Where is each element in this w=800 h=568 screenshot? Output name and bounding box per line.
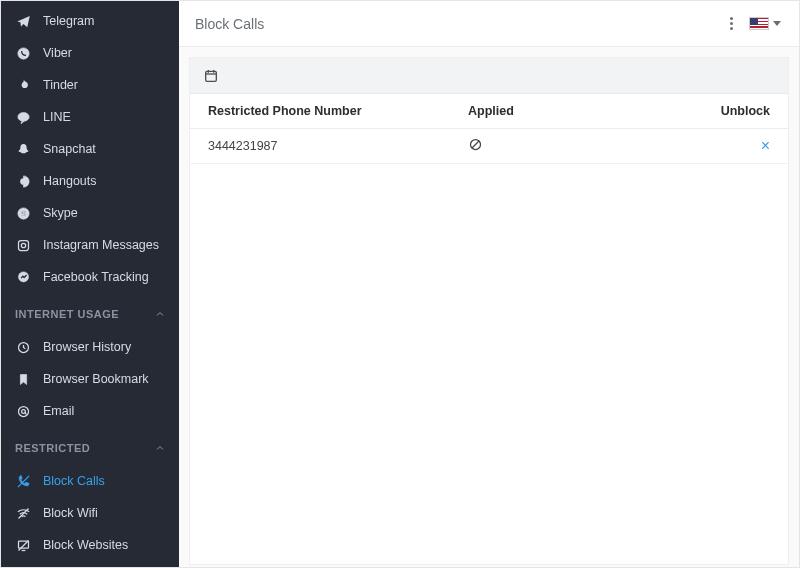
chevron-up-icon (153, 441, 167, 455)
sidebar-item-facebook-tracking[interactable]: Facebook Tracking (1, 261, 179, 293)
sidebar-item-label: LINE (43, 110, 167, 124)
caret-down-icon (773, 21, 781, 26)
sidebar-item-block-websites[interactable]: Block Websites (1, 529, 179, 561)
sidebar-item-label: Viber (43, 46, 167, 60)
page-title: Block Calls (195, 16, 264, 32)
locale-selector[interactable] (747, 15, 783, 32)
topbar: Block Calls (179, 1, 799, 47)
sidebar-item-block-calls[interactable]: Block Calls (1, 465, 179, 497)
sidebar-item-hangouts[interactable]: Hangouts (1, 165, 179, 197)
svg-rect-20 (206, 71, 217, 81)
cell-applied (468, 137, 700, 155)
sidebar-item-browser-bookmark[interactable]: Browser Bookmark (1, 363, 179, 395)
col-header-applied: Applied (468, 104, 700, 118)
bookmark-icon (15, 371, 31, 387)
flame-icon (15, 77, 31, 93)
svg-point-5 (21, 243, 25, 247)
flag-us-icon (749, 17, 769, 30)
sidebar-section-internet-usage[interactable]: INTERNET USAGE (1, 293, 179, 331)
topbar-actions (726, 13, 783, 34)
sidebar-item-label: Skype (43, 206, 167, 220)
col-header-number: Restricted Phone Number (208, 104, 468, 118)
sidebar-item-label: Instagram Messages (43, 238, 167, 252)
chat-bubble-icon (15, 109, 31, 125)
main-area: Block Calls Restricted Ph (179, 1, 799, 567)
svg-line-14 (18, 540, 28, 550)
clock-icon (15, 339, 31, 355)
sidebar-item-instagram-messages[interactable]: Instagram Messages (1, 229, 179, 261)
unblock-button[interactable]: × (761, 138, 770, 154)
skype-icon: S (15, 205, 31, 221)
sidebar-item-block-applications[interactable]: Block Applications (1, 561, 179, 567)
svg-point-1 (17, 112, 28, 121)
sidebar-item-snapchat[interactable]: Snapchat (1, 133, 179, 165)
sidebar-item-block-wifi[interactable]: Block Wifi (1, 497, 179, 529)
ghost-icon (15, 141, 31, 157)
quote-bubble-icon (15, 173, 31, 189)
sidebar-item-label: Block Wifi (43, 506, 167, 520)
sidebar-item-label: Email (43, 404, 167, 418)
panel-toolbar (190, 58, 788, 94)
cell-number: 3444231987 (208, 139, 468, 153)
sidebar-item-label: Tinder (43, 78, 167, 92)
app-root: Telegram Viber Tinder LINE Snapchat (0, 0, 800, 568)
sidebar-item-label: Block Websites (43, 538, 167, 552)
sidebar: Telegram Viber Tinder LINE Snapchat (1, 1, 179, 567)
messenger-icon (15, 269, 31, 285)
sidebar-item-line[interactable]: LINE (1, 101, 179, 133)
svg-rect-4 (18, 240, 28, 250)
wifi-off-icon (15, 505, 31, 521)
col-header-unblock: Unblock (700, 104, 770, 118)
sidebar-item-tinder[interactable]: Tinder (1, 69, 179, 101)
block-calls-panel: Restricted Phone Number Applied Unblock … (189, 57, 789, 565)
content: Restricted Phone Number Applied Unblock … (179, 47, 799, 567)
monitor-off-icon (15, 537, 31, 553)
cell-unblock: × (700, 138, 770, 154)
more-menu-button[interactable] (726, 13, 737, 34)
sidebar-item-label: Browser History (43, 340, 167, 354)
section-title: RESTRICTED (15, 442, 90, 454)
sidebar-item-email[interactable]: Email (1, 395, 179, 427)
table-row: 3444231987 × (190, 129, 788, 164)
sidebar-section-restricted[interactable]: RESTRICTED (1, 427, 179, 465)
chevron-up-icon (153, 307, 167, 321)
sidebar-item-label: Block Calls (43, 474, 167, 488)
at-sign-icon (15, 403, 31, 419)
section-title: INTERNET USAGE (15, 308, 119, 320)
camera-square-icon (15, 237, 31, 253)
svg-point-8 (18, 406, 28, 416)
sidebar-item-label: Facebook Tracking (43, 270, 167, 284)
svg-text:S: S (20, 209, 25, 218)
sidebar-item-label: Hangouts (43, 174, 167, 188)
sidebar-item-skype[interactable]: S Skype (1, 197, 179, 229)
svg-point-0 (17, 47, 28, 58)
block-icon (468, 141, 483, 155)
sidebar-item-viber[interactable]: Viber (1, 37, 179, 69)
sidebar-item-telegram[interactable]: Telegram (1, 5, 179, 37)
sidebar-item-label: Snapchat (43, 142, 167, 156)
phone-off-icon (15, 473, 31, 489)
svg-line-25 (472, 141, 480, 149)
phone-bubble-icon (15, 45, 31, 61)
paper-plane-icon (15, 13, 31, 29)
sidebar-item-label: Browser Bookmark (43, 372, 167, 386)
calendar-button[interactable] (202, 67, 220, 85)
sidebar-item-label: Telegram (43, 14, 167, 28)
table-header: Restricted Phone Number Applied Unblock (190, 94, 788, 129)
sidebar-item-browser-history[interactable]: Browser History (1, 331, 179, 363)
